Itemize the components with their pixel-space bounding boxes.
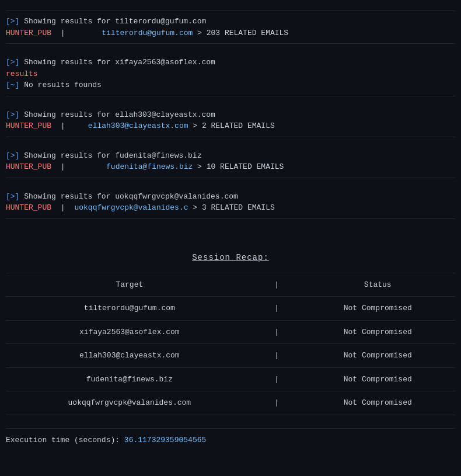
hunter-label-3: HUNTER_PUB [6,121,51,130]
execution-label: Execution time (seconds): [6,436,120,444]
showing-line-5: [>] Showing results for uokqqfwrgvcpk@va… [6,191,455,203]
execution-line: Execution time (seconds): 36.11732935905… [6,435,455,446]
table-row: fudenita@finews.biz|Not Compromised [6,367,455,391]
table-cell-status: Not Compromised [301,344,455,368]
bracket-arrow-4: [>] [6,151,19,160]
divider-5 [6,218,455,219]
email-3: ellah303@clayeastx.com [74,121,188,130]
table-cell-email: xifaya2563@asoflex.com [6,320,253,344]
showing-line-2: [>] Showing results for xifaya2563@asofl… [6,57,455,68]
hunter-label-4: HUNTER_PUB [6,162,51,171]
table-cell-status: Not Compromised [301,367,455,391]
table-row: ellah303@clayeastx.com|Not Compromised [6,344,455,368]
session-recap-title: Session Recap: [6,252,455,264]
col-header-status: Status [301,273,455,297]
hunter-line-5: HUNTER_PUB | uokqqfwrgvcpk@valanides.c >… [6,202,455,214]
table-cell-email: uokqqfwrgvcpk@valanides.com [6,391,253,415]
hunter-label-5: HUNTER_PUB [6,203,51,212]
table-row: tilterordu@gufum.com|Not Compromised [6,297,455,321]
divider-1 [6,43,455,44]
bracket-arrow-5: [>] [6,192,19,201]
showing-text-1: Showing results for tilterordu@gufum.com [24,17,206,26]
showing-text-5: Showing results for uokqqfwrgvcpk@valani… [24,192,238,201]
top-divider [6,11,455,11]
showing-text-2: Showing results for xifaya2563@asoflex.c… [24,58,215,67]
showing-line-4: [>] Showing results for fudenita@finews.… [6,150,455,162]
showing-line-1: [>] Showing results for tilterordu@gufum… [6,16,455,27]
table-cell-email: tilterordu@gufum.com [6,297,253,321]
email-4: fudenita@finews.biz [74,162,193,171]
hunter-label-1: HUNTER_PUB [6,29,51,37]
result-block-1: [>] Showing results for tilterordu@gufum… [6,16,455,39]
result-block-4: [>] Showing results for fudenita@finews.… [6,150,455,173]
bracket-arrow-1: [>] [6,17,19,26]
result-block-5: [>] Showing results for uokqqfwrgvcpk@va… [6,191,455,214]
recap-table: Target | Status tilterordu@gufum.com|Not… [6,273,455,415]
table-header-row: Target | Status [6,273,455,297]
pipe-3: | [56,121,70,130]
hunter-line-4: HUNTER_PUB | fudenita@finews.biz > 10 RE… [6,161,455,173]
table-cell-pipe: | [253,344,301,368]
col-header-pipe: | [253,273,301,297]
pipe-5: | [56,203,70,212]
table-cell-pipe: | [253,367,301,391]
bottom-divider [6,428,455,429]
showing-text-3: Showing results for ellah303@clayeastx.c… [24,110,215,119]
table-cell-pipe: | [253,297,301,321]
pipe-1: | [56,29,70,37]
table-cell-pipe: | [253,320,301,344]
divider-3 [6,137,455,137]
pipe-4: | [56,162,70,171]
table-cell-status: Not Compromised [301,297,455,321]
table-row: uokqqfwrgvcpk@valanides.com|Not Compromi… [6,391,455,415]
hunter-line-1: HUNTER_PUB | tilterordu@gufum.com > 203 … [6,27,455,39]
result-block-3: [>] Showing results for ellah303@clayeas… [6,109,455,132]
related-3: > 2 RELATED EMAILS [193,121,274,130]
email-5: uokqqfwrgvcpk@valanides.c [74,203,188,212]
table-cell-pipe: | [253,391,301,415]
no-results-2: [~] No results founds [6,79,455,91]
result-block-2: [>] Showing results for xifaya2563@asofl… [6,57,455,91]
table-row: xifaya2563@asoflex.com|Not Compromised [6,320,455,344]
bracket-arrow-3: [>] [6,110,19,119]
divider-2 [6,96,455,96]
table-cell-status: Not Compromised [301,320,455,344]
hunter-line-3: HUNTER_PUB | ellah303@clayeastx.com > 2 … [6,120,455,132]
bracket-arrow-2: [>] [6,58,19,67]
results-label-2: results [6,68,455,80]
table-cell-status: Not Compromised [301,391,455,415]
email-1: tilterordu@gufum.com [74,29,193,37]
related-1: > 203 RELATED EMAILS [197,29,288,37]
showing-text-4: Showing results for fudenita@finews.biz [24,151,201,160]
divider-4 [6,178,455,178]
table-cell-email: fudenita@finews.biz [6,367,253,391]
showing-line-3: [>] Showing results for ellah303@clayeas… [6,109,455,121]
table-cell-email: ellah303@clayeastx.com [6,344,253,368]
related-4: > 10 RELATED EMAILS [197,162,284,171]
col-header-target: Target [6,273,253,297]
execution-value: 36.117329359054565 [124,436,206,444]
related-5: > 3 RELATED EMAILS [193,203,274,212]
